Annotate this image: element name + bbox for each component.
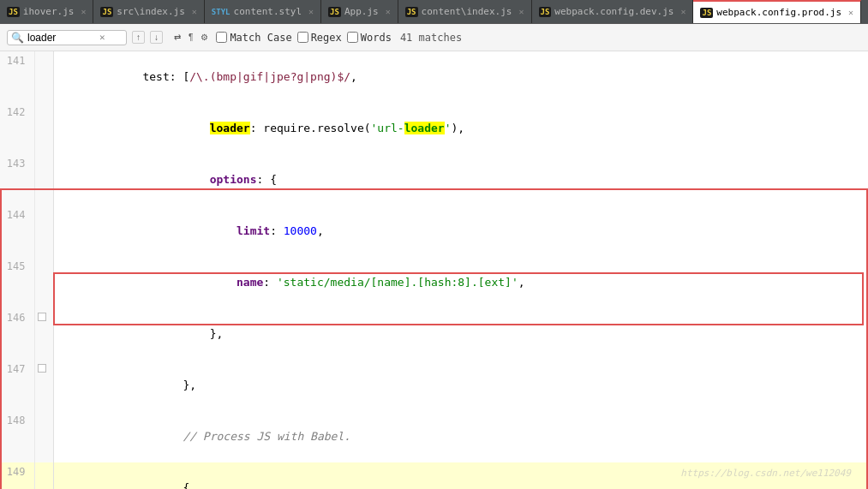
js-icon: JS — [539, 7, 552, 17]
tab-webpack-prod[interactable]: JS webpack.config.prod.js ✕ — [693, 0, 861, 24]
action-btn-3[interactable]: ⚙ — [198, 32, 211, 43]
table-row: 148 // Process JS with Babel. — [0, 411, 868, 462]
tab-close[interactable]: ✕ — [848, 8, 853, 17]
match-count: 41 matches — [400, 32, 462, 44]
tab-label: App.js — [344, 6, 379, 17]
js-icon: JS — [328, 7, 341, 17]
tab-contentindex[interactable]: JS content\index.js ✕ — [398, 0, 532, 24]
prev-match-button[interactable]: ↑ — [132, 31, 145, 44]
search-icon: 🔍 — [11, 32, 24, 44]
styl-icon: STYL — [212, 8, 230, 16]
gutter-cell — [34, 103, 53, 154]
line-number: 149 — [0, 462, 34, 489]
line-number: 141 — [0, 51, 34, 103]
tab-app-styl[interactable]: STYL App.styl ✕ — [861, 0, 868, 24]
line-number: 144 — [0, 206, 34, 257]
tab-close[interactable]: ✕ — [81, 7, 86, 16]
code-line: test: [/\.(bmp|gif|jpe?g|png)$/, — [53, 51, 868, 103]
action-btn-2[interactable]: ¶ — [186, 32, 195, 43]
table-row: 144 limit: 10000, — [0, 206, 868, 257]
js-icon: JS — [100, 7, 113, 17]
tab-webpack-dev[interactable]: JS webpack.config.dev.js ✕ — [532, 0, 694, 24]
editor[interactable]: 141 test: [/\.(bmp|gif|jpe?g|png)$/, 142… — [0, 51, 868, 489]
gutter-cell — [34, 257, 53, 308]
tab-close[interactable]: ✕ — [386, 7, 391, 16]
code-line: options: { — [53, 154, 868, 206]
code-line: name: 'static/media/[name].[hash:8].[ext… — [53, 257, 868, 308]
line-number: 142 — [0, 103, 34, 154]
regex-label[interactable]: Regex — [297, 32, 342, 44]
tab-bar: JS ihover.js ✕ JS src\index.js ✕ STYL co… — [0, 0, 868, 24]
clear-search-icon[interactable]: ✕ — [99, 32, 105, 43]
gutter-marker — [38, 364, 46, 373]
gutter-cell — [34, 206, 53, 257]
line-number: 146 — [0, 308, 34, 360]
line-number: 145 — [0, 257, 34, 308]
action-btn-1[interactable]: ⇄ — [171, 32, 183, 43]
tab-label: webpack.config.dev.js — [554, 6, 673, 17]
words-text: Words — [361, 32, 392, 44]
gutter-cell — [34, 360, 53, 411]
js-icon: JS — [405, 7, 418, 17]
code-table: 141 test: [/\.(bmp|gif|jpe?g|png)$/, 142… — [0, 51, 868, 489]
table-row: 141 test: [/\.(bmp|gif|jpe?g|png)$/, — [0, 51, 868, 103]
next-match-button[interactable]: ↓ — [150, 31, 163, 44]
tab-label: src\index.js — [117, 6, 184, 17]
tab-close[interactable]: ✕ — [192, 7, 197, 16]
editor-wrap: 141 test: [/\.(bmp|gif|jpe?g|png)$/, 142… — [0, 51, 868, 489]
words-label[interactable]: Words — [347, 32, 392, 44]
match-case-checkbox[interactable] — [216, 32, 227, 43]
tab-label: content.styl — [234, 6, 302, 17]
code-line: loader: require.resolve('url-loader'), — [53, 103, 868, 154]
line-number: 143 — [0, 154, 34, 206]
search-input-wrap: 🔍 ✕ — [7, 30, 127, 45]
tab-content-styl[interactable]: STYL content.styl ✕ — [205, 0, 321, 24]
gutter-marker — [38, 313, 46, 321]
match-case-label[interactable]: Match Case — [216, 32, 291, 44]
gutter-cell — [34, 411, 53, 462]
tab-ihover[interactable]: JS ihover.js ✕ — [0, 0, 93, 24]
code-line: }, — [53, 360, 868, 411]
search-bar: 🔍 ✕ ↑ ↓ ⇄ ¶ ⚙ Match Case Regex Words 41 … — [0, 24, 868, 51]
table-row: 146 }, — [0, 308, 868, 360]
table-row: 143 options: { — [0, 154, 868, 206]
code-line: limit: 10000, — [53, 206, 868, 257]
tab-app[interactable]: JS App.js ✕ — [321, 0, 398, 24]
match-case-text: Match Case — [230, 32, 291, 44]
code-line: // Process JS with Babel. — [53, 411, 868, 462]
search-input[interactable] — [27, 32, 96, 44]
js-icon: JS — [7, 7, 20, 17]
tab-srcindex[interactable]: JS src\index.js ✕ — [93, 0, 204, 24]
js-icon: JS — [700, 8, 713, 18]
table-row: 147 }, — [0, 360, 868, 411]
table-row: 145 name: 'static/media/[name].[hash:8].… — [0, 257, 868, 308]
gutter-cell — [34, 51, 53, 103]
line-number: 148 — [0, 411, 34, 462]
code-line: }, — [53, 308, 868, 360]
regex-text: Regex — [311, 32, 342, 44]
tab-close[interactable]: ✕ — [308, 7, 314, 16]
highlight-loader: loader — [210, 122, 250, 134]
tab-close[interactable]: ✕ — [518, 7, 524, 16]
line-number: 147 — [0, 360, 34, 411]
watermark: https://blog.csdn.net/we112049 — [680, 468, 851, 479]
words-checkbox[interactable] — [347, 32, 358, 43]
tab-label: webpack.config.prod.js — [716, 7, 841, 18]
tab-label: ihover.js — [23, 6, 75, 17]
tab-label: content\index.js — [422, 6, 512, 17]
gutter-cell — [34, 154, 53, 206]
gutter-cell — [34, 308, 53, 360]
gutter-cell — [34, 462, 53, 489]
tab-close[interactable]: ✕ — [680, 7, 685, 16]
search-actions: ⇄ ¶ ⚙ — [171, 32, 211, 43]
regex-checkbox[interactable] — [297, 32, 308, 43]
table-row: 142 loader: require.resolve('url-loader'… — [0, 103, 868, 154]
